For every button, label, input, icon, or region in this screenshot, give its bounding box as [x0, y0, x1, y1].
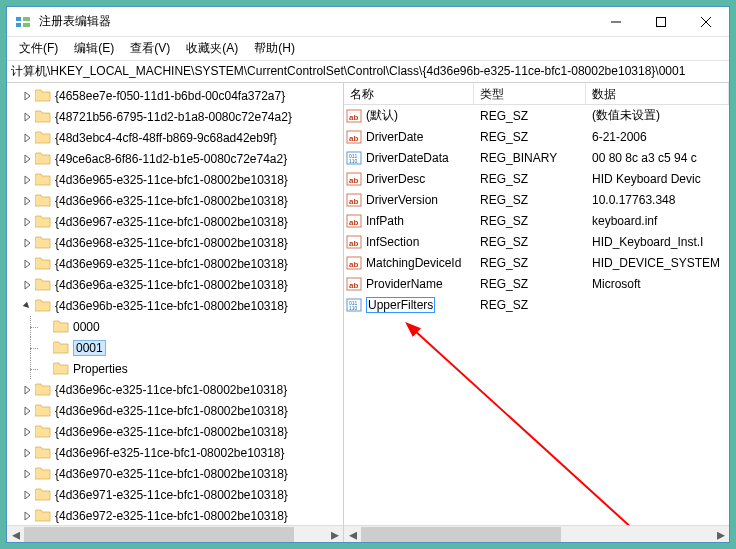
chevron-right-icon[interactable]	[21, 426, 33, 438]
tree-item[interactable]: {4d36e965-e325-11ce-bfc1-08002be10318}	[7, 169, 343, 190]
tree-item[interactable]: {4d36e96c-e325-11ce-bfc1-08002be10318}	[7, 379, 343, 400]
tree-item[interactable]: 0001	[7, 337, 343, 358]
scroll-left-icon[interactable]: ◂	[344, 526, 361, 543]
tree-item[interactable]: Properties	[7, 358, 343, 379]
folder-icon	[35, 383, 51, 396]
value-type: REG_SZ	[474, 298, 586, 312]
chevron-right-icon[interactable]	[21, 510, 33, 522]
close-button[interactable]	[683, 7, 729, 36]
address-bar[interactable]: 计算机\HKEY_LOCAL_MACHINE\SYSTEM\CurrentCon…	[7, 61, 729, 83]
string-value-icon: ab	[346, 129, 362, 145]
scroll-right-icon[interactable]: ▸	[326, 526, 343, 543]
tree-item[interactable]: {4658ee7e-f050-11d1-b6bd-00c04fa372a7}	[7, 85, 343, 106]
tree-item[interactable]: {49ce6ac8-6f86-11d2-b1e5-0080c72e74a2}	[7, 148, 343, 169]
string-value-icon: ab	[346, 234, 362, 250]
chevron-right-icon[interactable]	[21, 216, 33, 228]
list-header: 名称 类型 数据	[344, 83, 729, 105]
menu-favorites[interactable]: 收藏夹(A)	[178, 38, 246, 59]
chevron-right-icon[interactable]	[21, 279, 33, 291]
value-row[interactable]: abInfSectionREG_SZHID_Keyboard_Inst.I	[344, 231, 729, 252]
value-row[interactable]: abMatchingDeviceIdREG_SZHID_DEVICE_SYSTE…	[344, 252, 729, 273]
folder-icon	[35, 215, 51, 228]
value-name-cell: abInfSection	[344, 234, 474, 250]
tree-label: {49ce6ac8-6f86-11d2-b1e5-0080c72e74a2}	[55, 152, 287, 166]
tree-item[interactable]: {4d36e968-e325-11ce-bfc1-08002be10318}	[7, 232, 343, 253]
chevron-right-icon[interactable]	[21, 468, 33, 480]
value-type: REG_SZ	[474, 214, 586, 228]
chevron-right-icon[interactable]	[21, 447, 33, 459]
string-value-icon: ab	[346, 255, 362, 271]
menu-view[interactable]: 查看(V)	[122, 38, 178, 59]
column-type[interactable]: 类型	[474, 83, 586, 104]
value-row[interactable]: abDriverDescREG_SZHID Keyboard Devic	[344, 168, 729, 189]
tree-item[interactable]: {4d36e967-e325-11ce-bfc1-08002be10318}	[7, 211, 343, 232]
chevron-right-icon[interactable]	[21, 405, 33, 417]
folder-icon	[53, 341, 69, 354]
tree-item[interactable]: {4d36e96b-e325-11ce-bfc1-08002be10318}	[7, 295, 343, 316]
folder-icon	[35, 467, 51, 480]
column-data[interactable]: 数据	[586, 83, 729, 104]
annotation-arrow	[404, 320, 654, 540]
minimize-button[interactable]	[593, 7, 638, 36]
chevron-right-icon[interactable]	[21, 489, 33, 501]
maximize-button[interactable]	[638, 7, 683, 36]
tree-item[interactable]: {4d36e96d-e325-11ce-bfc1-08002be10318}	[7, 400, 343, 421]
tree-item[interactable]: {4d36e96a-e325-11ce-bfc1-08002be10318}	[7, 274, 343, 295]
chevron-right-icon[interactable]	[21, 174, 33, 186]
tree-item[interactable]: {4d36e970-e325-11ce-bfc1-08002be10318}	[7, 463, 343, 484]
value-type: REG_SZ	[474, 130, 586, 144]
app-icon	[15, 14, 31, 30]
value-row[interactable]: abInfPathREG_SZkeyboard.inf	[344, 210, 729, 231]
scroll-right-icon[interactable]: ▸	[712, 526, 729, 543]
value-name-cell: abInfPath	[344, 213, 474, 229]
content-area: {4658ee7e-f050-11d1-b6bd-00c04fa372a7}{4…	[7, 83, 729, 542]
tree-item[interactable]: {4d36e972-e325-11ce-bfc1-08002be10318}	[7, 505, 343, 525]
tree-label: {4d36e96d-e325-11ce-bfc1-08002be10318}	[55, 404, 288, 418]
chevron-right-icon[interactable]	[21, 237, 33, 249]
chevron-right-icon[interactable]	[21, 90, 33, 102]
tree-scrollbar-horizontal[interactable]: ◂ ▸	[7, 525, 343, 542]
chevron-right-icon[interactable]	[21, 111, 33, 123]
value-data: 6-21-2006	[586, 130, 729, 144]
folder-icon	[35, 194, 51, 207]
value-row[interactable]: abDriverVersionREG_SZ10.0.17763.348	[344, 189, 729, 210]
scroll-thumb[interactable]	[361, 527, 561, 542]
tree-item[interactable]: {4d36e971-e325-11ce-bfc1-08002be10318}	[7, 484, 343, 505]
tree-label: {48721b56-6795-11d2-b1a8-0080c72e74a2}	[55, 110, 292, 124]
tree-item[interactable]: {4d36e969-e325-11ce-bfc1-08002be10318}	[7, 253, 343, 274]
tree-label: {4d36e968-e325-11ce-bfc1-08002be10318}	[55, 236, 288, 250]
value-row[interactable]: abProviderNameREG_SZMicrosoft	[344, 273, 729, 294]
chevron-down-icon[interactable]	[21, 300, 33, 312]
tree-item[interactable]: 0000	[7, 316, 343, 337]
titlebar[interactable]: 注册表编辑器	[7, 7, 729, 37]
tree-body[interactable]: {4658ee7e-f050-11d1-b6bd-00c04fa372a7}{4…	[7, 83, 343, 525]
tree-item[interactable]: {4d36e96f-e325-11ce-bfc1-08002be10318}	[7, 442, 343, 463]
chevron-right-icon[interactable]	[21, 195, 33, 207]
chevron-right-icon[interactable]	[21, 384, 33, 396]
list-body[interactable]: ab(默认)REG_SZ(数值未设置)abDriverDateREG_SZ6-2…	[344, 105, 729, 525]
value-type: REG_SZ	[474, 172, 586, 186]
tree-item[interactable]: {4d36e966-e325-11ce-bfc1-08002be10318}	[7, 190, 343, 211]
menu-file[interactable]: 文件(F)	[11, 38, 66, 59]
chevron-right-icon[interactable]	[21, 132, 33, 144]
value-row[interactable]: ab(默认)REG_SZ(数值未设置)	[344, 105, 729, 126]
menu-help[interactable]: 帮助(H)	[246, 38, 303, 59]
tree-item[interactable]: {48721b56-6795-11d2-b1a8-0080c72e74a2}	[7, 106, 343, 127]
scroll-left-icon[interactable]: ◂	[7, 526, 24, 543]
value-name[interactable]: UpperFilters	[366, 297, 435, 313]
chevron-right-icon[interactable]	[21, 153, 33, 165]
value-row[interactable]: 011110UpperFiltersREG_SZ	[344, 294, 729, 315]
value-name: DriverDate	[366, 130, 423, 144]
tree-label: {4d36e969-e325-11ce-bfc1-08002be10318}	[55, 257, 288, 271]
column-name[interactable]: 名称	[344, 83, 474, 104]
value-row[interactable]: abDriverDateREG_SZ6-21-2006	[344, 126, 729, 147]
value-row[interactable]: 011110DriverDateDataREG_BINARY00 80 8c a…	[344, 147, 729, 168]
folder-icon	[53, 320, 69, 333]
scroll-thumb[interactable]	[24, 527, 294, 542]
menu-edit[interactable]: 编辑(E)	[66, 38, 122, 59]
list-scrollbar-horizontal[interactable]: ◂ ▸	[344, 525, 729, 542]
chevron-right-icon[interactable]	[21, 258, 33, 270]
folder-icon	[35, 278, 51, 291]
tree-item[interactable]: {48d3ebc4-4cf8-48ff-b869-9c68ad42eb9f}	[7, 127, 343, 148]
tree-item[interactable]: {4d36e96e-e325-11ce-bfc1-08002be10318}	[7, 421, 343, 442]
